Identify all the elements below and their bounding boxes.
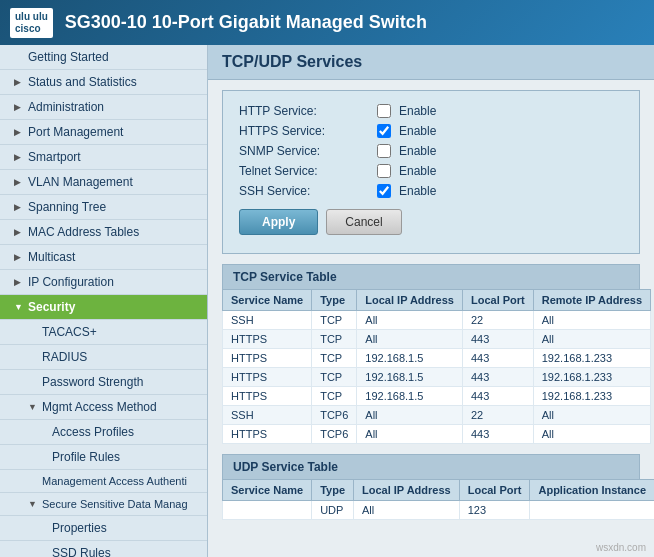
col-local-ip: Local IP Address [357,290,463,311]
telnet-service-row: Telnet Service: Enable [239,161,623,181]
cancel-button[interactable]: Cancel [326,209,401,235]
sidebar-item-getting-started[interactable]: Getting Started [0,45,207,70]
udp-service-table: Service Name Type Local IP Address Local… [222,479,654,520]
arrow-icon: ▼ [14,302,24,312]
table-row: HTTPSTCP192.168.1.5443192.168.1.233 [223,387,651,406]
sidebar: Getting Started ▶ Status and Statistics … [0,45,208,557]
tcp-table-title: TCP Service Table [222,264,640,289]
sidebar-item-spanning-tree[interactable]: ▶ Spanning Tree [0,195,207,220]
arrow-icon: ▶ [14,227,24,237]
table-row: HTTPSTCP192.168.1.5443192.168.1.233 [223,349,651,368]
sidebar-item-administration[interactable]: ▶ Administration [0,95,207,120]
sidebar-item-management-access-auth[interactable]: Management Access Authenti [0,470,207,493]
table-row: UDPAll123 [223,501,655,520]
sidebar-item-mgmt-access-method[interactable]: ▼ Mgmt Access Method [0,395,207,420]
sidebar-item-security[interactable]: ▼ Security [0,295,207,320]
apply-button[interactable]: Apply [239,209,318,235]
sidebar-item-ssd-rules[interactable]: SSD Rules [0,541,207,557]
https-service-checkbox[interactable] [377,124,391,138]
sidebar-item-port-management[interactable]: ▶ Port Management [0,120,207,145]
table-row: SSHTCPAll22All [223,311,651,330]
http-service-enable: Enable [399,104,436,118]
table-row: HTTPSTCP6All443All [223,425,651,444]
sidebar-label: RADIUS [42,350,87,364]
arrow-icon: ▶ [14,252,24,262]
http-service-checkbox[interactable] [377,104,391,118]
sidebar-label: Administration [28,100,104,114]
telnet-service-enable: Enable [399,164,436,178]
header-title: SG300-10 10-Port Gigabit Managed Switch [65,12,427,33]
col-type: Type [312,480,354,501]
tcp-service-table-section: TCP Service Table Service Name Type Loca… [222,264,640,444]
sidebar-item-multicast[interactable]: ▶ Multicast [0,245,207,270]
page-title: TCP/UDP Services [208,45,654,80]
col-service-name: Service Name [223,480,312,501]
sidebar-item-vlan-management[interactable]: ▶ VLAN Management [0,170,207,195]
sidebar-label: Smartport [28,150,81,164]
sidebar-item-properties[interactable]: Properties [0,516,207,541]
col-remote-ip: Remote IP Address [533,290,650,311]
main-content: TCP/UDP Services HTTP Service: Enable HT… [208,45,654,557]
sidebar-label: Security [28,300,75,314]
snmp-service-label: SNMP Service: [239,144,369,158]
col-service-name: Service Name [223,290,312,311]
sidebar-label: VLAN Management [28,175,133,189]
sidebar-label: Management Access Authenti [42,475,187,487]
col-local-port: Local Port [459,480,530,501]
snmp-service-checkbox[interactable] [377,144,391,158]
sidebar-label: TACACS+ [42,325,97,339]
udp-table-title: UDP Service Table [222,454,640,479]
sidebar-item-status-statistics[interactable]: ▶ Status and Statistics [0,70,207,95]
arrow-icon: ▶ [14,277,24,287]
button-row: Apply Cancel [239,209,623,235]
sidebar-item-profile-rules[interactable]: Profile Rules [0,445,207,470]
col-application-instance: Application Instance [530,480,654,501]
arrow-icon: ▶ [14,177,24,187]
arrow-icon: ▶ [14,127,24,137]
sidebar-label: Access Profiles [52,425,134,439]
sidebar-item-smartport[interactable]: ▶ Smartport [0,145,207,170]
sidebar-item-access-profiles[interactable]: Access Profiles [0,420,207,445]
arrow-icon: ▶ [14,152,24,162]
arrow-icon: ▼ [28,499,38,509]
http-service-row: HTTP Service: Enable [239,101,623,121]
snmp-service-row: SNMP Service: Enable [239,141,623,161]
col-type: Type [312,290,357,311]
sidebar-label: Properties [52,521,107,535]
arrow-icon: ▶ [14,202,24,212]
table-row: HTTPSTCP192.168.1.5443192.168.1.233 [223,368,651,387]
col-local-ip: Local IP Address [354,480,460,501]
tcp-service-table: Service Name Type Local IP Address Local… [222,289,651,444]
sidebar-label: Spanning Tree [28,200,106,214]
content-area: HTTP Service: Enable HTTPS Service: Enab… [208,80,654,540]
sidebar-label: Getting Started [28,50,109,64]
sidebar-item-mac-address-tables[interactable]: ▶ MAC Address Tables [0,220,207,245]
sidebar-item-tacacs[interactable]: TACACS+ [0,320,207,345]
table-row: HTTPSTCPAll443All [223,330,651,349]
sidebar-label: Password Strength [42,375,143,389]
sidebar-item-password-strength[interactable]: Password Strength [0,370,207,395]
sidebar-item-secure-sensitive-data[interactable]: ▼ Secure Sensitive Data Manag [0,493,207,516]
watermark: wsxdn.com [596,542,646,553]
ssh-service-checkbox[interactable] [377,184,391,198]
https-service-row: HTTPS Service: Enable [239,121,623,141]
https-service-label: HTTPS Service: [239,124,369,138]
layout: Getting Started ▶ Status and Statistics … [0,45,654,557]
ssh-service-enable: Enable [399,184,436,198]
sidebar-label: Multicast [28,250,75,264]
snmp-service-enable: Enable [399,144,436,158]
sidebar-label: Profile Rules [52,450,120,464]
sidebar-label: SSD Rules [52,546,111,557]
sidebar-label: Port Management [28,125,123,139]
sidebar-label: MAC Address Tables [28,225,139,239]
sidebar-label: Status and Statistics [28,75,137,89]
udp-service-table-section: UDP Service Table Service Name Type Loca… [222,454,640,520]
https-service-enable: Enable [399,124,436,138]
arrow-icon: ▼ [28,402,38,412]
sidebar-item-ip-configuration[interactable]: ▶ IP Configuration [0,270,207,295]
http-service-label: HTTP Service: [239,104,369,118]
telnet-service-checkbox[interactable] [377,164,391,178]
sidebar-item-radius[interactable]: RADIUS [0,345,207,370]
ssh-service-label: SSH Service: [239,184,369,198]
sidebar-label: Secure Sensitive Data Manag [42,498,188,510]
